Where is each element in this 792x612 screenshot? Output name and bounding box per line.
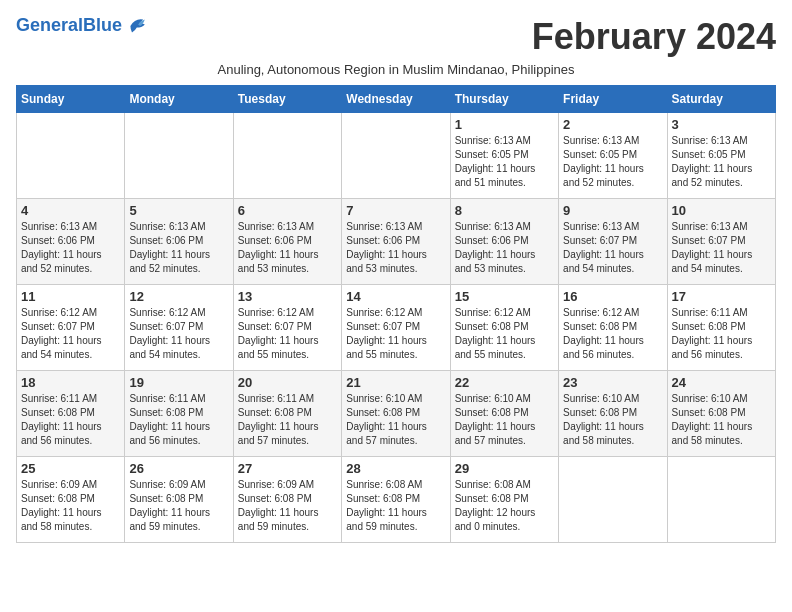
calendar-cell: 9Sunrise: 6:13 AM Sunset: 6:07 PM Daylig…	[559, 199, 667, 285]
calendar-cell: 28Sunrise: 6:08 AM Sunset: 6:08 PM Dayli…	[342, 457, 450, 543]
day-number: 1	[455, 117, 554, 132]
day-number: 2	[563, 117, 662, 132]
day-number: 12	[129, 289, 228, 304]
day-info: Sunrise: 6:09 AM Sunset: 6:08 PM Dayligh…	[238, 478, 337, 534]
day-number: 26	[129, 461, 228, 476]
day-info: Sunrise: 6:12 AM Sunset: 6:07 PM Dayligh…	[346, 306, 445, 362]
calendar-cell: 6Sunrise: 6:13 AM Sunset: 6:06 PM Daylig…	[233, 199, 341, 285]
day-number: 28	[346, 461, 445, 476]
day-info: Sunrise: 6:13 AM Sunset: 6:06 PM Dayligh…	[346, 220, 445, 276]
day-of-week-header: Saturday	[667, 86, 775, 113]
day-number: 10	[672, 203, 771, 218]
day-info: Sunrise: 6:11 AM Sunset: 6:08 PM Dayligh…	[238, 392, 337, 448]
day-number: 13	[238, 289, 337, 304]
day-number: 20	[238, 375, 337, 390]
day-info: Sunrise: 6:12 AM Sunset: 6:08 PM Dayligh…	[563, 306, 662, 362]
calendar-cell	[559, 457, 667, 543]
calendar-cell: 1Sunrise: 6:13 AM Sunset: 6:05 PM Daylig…	[450, 113, 558, 199]
calendar-week-row: 4Sunrise: 6:13 AM Sunset: 6:06 PM Daylig…	[17, 199, 776, 285]
day-number: 27	[238, 461, 337, 476]
day-number: 16	[563, 289, 662, 304]
day-info: Sunrise: 6:11 AM Sunset: 6:08 PM Dayligh…	[672, 306, 771, 362]
day-number: 3	[672, 117, 771, 132]
calendar-cell: 17Sunrise: 6:11 AM Sunset: 6:08 PM Dayli…	[667, 285, 775, 371]
calendar-cell: 19Sunrise: 6:11 AM Sunset: 6:08 PM Dayli…	[125, 371, 233, 457]
day-info: Sunrise: 6:13 AM Sunset: 6:07 PM Dayligh…	[672, 220, 771, 276]
day-number: 6	[238, 203, 337, 218]
day-number: 4	[21, 203, 120, 218]
calendar-cell: 29Sunrise: 6:08 AM Sunset: 6:08 PM Dayli…	[450, 457, 558, 543]
calendar-week-row: 25Sunrise: 6:09 AM Sunset: 6:08 PM Dayli…	[17, 457, 776, 543]
calendar-cell: 26Sunrise: 6:09 AM Sunset: 6:08 PM Dayli…	[125, 457, 233, 543]
day-number: 18	[21, 375, 120, 390]
calendar-table: SundayMondayTuesdayWednesdayThursdayFrid…	[16, 85, 776, 543]
calendar-cell	[125, 113, 233, 199]
calendar-header-row: SundayMondayTuesdayWednesdayThursdayFrid…	[17, 86, 776, 113]
calendar-body: 1Sunrise: 6:13 AM Sunset: 6:05 PM Daylig…	[17, 113, 776, 543]
day-info: Sunrise: 6:13 AM Sunset: 6:05 PM Dayligh…	[672, 134, 771, 190]
calendar-cell: 27Sunrise: 6:09 AM Sunset: 6:08 PM Dayli…	[233, 457, 341, 543]
day-of-week-header: Sunday	[17, 86, 125, 113]
day-info: Sunrise: 6:11 AM Sunset: 6:08 PM Dayligh…	[129, 392, 228, 448]
logo: GeneralBlue	[16, 16, 148, 36]
calendar-cell: 5Sunrise: 6:13 AM Sunset: 6:06 PM Daylig…	[125, 199, 233, 285]
day-info: Sunrise: 6:13 AM Sunset: 6:05 PM Dayligh…	[563, 134, 662, 190]
calendar-cell: 2Sunrise: 6:13 AM Sunset: 6:05 PM Daylig…	[559, 113, 667, 199]
day-number: 24	[672, 375, 771, 390]
day-number: 9	[563, 203, 662, 218]
day-info: Sunrise: 6:10 AM Sunset: 6:08 PM Dayligh…	[346, 392, 445, 448]
day-number: 21	[346, 375, 445, 390]
day-info: Sunrise: 6:08 AM Sunset: 6:08 PM Dayligh…	[346, 478, 445, 534]
day-of-week-header: Friday	[559, 86, 667, 113]
day-info: Sunrise: 6:13 AM Sunset: 6:07 PM Dayligh…	[563, 220, 662, 276]
calendar-week-row: 18Sunrise: 6:11 AM Sunset: 6:08 PM Dayli…	[17, 371, 776, 457]
calendar-cell: 4Sunrise: 6:13 AM Sunset: 6:06 PM Daylig…	[17, 199, 125, 285]
day-of-week-header: Monday	[125, 86, 233, 113]
calendar-cell: 15Sunrise: 6:12 AM Sunset: 6:08 PM Dayli…	[450, 285, 558, 371]
calendar-cell: 14Sunrise: 6:12 AM Sunset: 6:07 PM Dayli…	[342, 285, 450, 371]
calendar-week-row: 11Sunrise: 6:12 AM Sunset: 6:07 PM Dayli…	[17, 285, 776, 371]
calendar-cell: 3Sunrise: 6:13 AM Sunset: 6:05 PM Daylig…	[667, 113, 775, 199]
header: GeneralBlue February 2024	[16, 16, 776, 58]
calendar-cell: 21Sunrise: 6:10 AM Sunset: 6:08 PM Dayli…	[342, 371, 450, 457]
day-number: 15	[455, 289, 554, 304]
day-number: 23	[563, 375, 662, 390]
day-number: 19	[129, 375, 228, 390]
calendar-cell: 12Sunrise: 6:12 AM Sunset: 6:07 PM Dayli…	[125, 285, 233, 371]
day-of-week-header: Thursday	[450, 86, 558, 113]
calendar-cell	[667, 457, 775, 543]
calendar-cell	[233, 113, 341, 199]
calendar-cell: 25Sunrise: 6:09 AM Sunset: 6:08 PM Dayli…	[17, 457, 125, 543]
day-number: 7	[346, 203, 445, 218]
day-number: 25	[21, 461, 120, 476]
day-info: Sunrise: 6:12 AM Sunset: 6:08 PM Dayligh…	[455, 306, 554, 362]
day-info: Sunrise: 6:13 AM Sunset: 6:06 PM Dayligh…	[238, 220, 337, 276]
day-info: Sunrise: 6:13 AM Sunset: 6:06 PM Dayligh…	[129, 220, 228, 276]
day-number: 11	[21, 289, 120, 304]
day-info: Sunrise: 6:12 AM Sunset: 6:07 PM Dayligh…	[21, 306, 120, 362]
day-number: 14	[346, 289, 445, 304]
day-number: 8	[455, 203, 554, 218]
day-info: Sunrise: 6:10 AM Sunset: 6:08 PM Dayligh…	[672, 392, 771, 448]
calendar-cell	[342, 113, 450, 199]
day-info: Sunrise: 6:12 AM Sunset: 6:07 PM Dayligh…	[238, 306, 337, 362]
calendar-cell	[17, 113, 125, 199]
day-info: Sunrise: 6:13 AM Sunset: 6:06 PM Dayligh…	[455, 220, 554, 276]
day-number: 17	[672, 289, 771, 304]
logo-text: GeneralBlue	[16, 16, 122, 36]
day-info: Sunrise: 6:10 AM Sunset: 6:08 PM Dayligh…	[563, 392, 662, 448]
page-subtitle: Anuling, Autonomous Region in Muslim Min…	[16, 62, 776, 77]
calendar-cell: 16Sunrise: 6:12 AM Sunset: 6:08 PM Dayli…	[559, 285, 667, 371]
calendar-cell: 22Sunrise: 6:10 AM Sunset: 6:08 PM Dayli…	[450, 371, 558, 457]
month-title: February 2024	[532, 16, 776, 58]
day-info: Sunrise: 6:13 AM Sunset: 6:06 PM Dayligh…	[21, 220, 120, 276]
calendar-cell: 8Sunrise: 6:13 AM Sunset: 6:06 PM Daylig…	[450, 199, 558, 285]
day-of-week-header: Wednesday	[342, 86, 450, 113]
day-info: Sunrise: 6:12 AM Sunset: 6:07 PM Dayligh…	[129, 306, 228, 362]
day-info: Sunrise: 6:13 AM Sunset: 6:05 PM Dayligh…	[455, 134, 554, 190]
logo-bird-icon	[124, 16, 148, 36]
day-of-week-header: Tuesday	[233, 86, 341, 113]
day-number: 5	[129, 203, 228, 218]
calendar-cell: 23Sunrise: 6:10 AM Sunset: 6:08 PM Dayli…	[559, 371, 667, 457]
calendar-cell: 10Sunrise: 6:13 AM Sunset: 6:07 PM Dayli…	[667, 199, 775, 285]
